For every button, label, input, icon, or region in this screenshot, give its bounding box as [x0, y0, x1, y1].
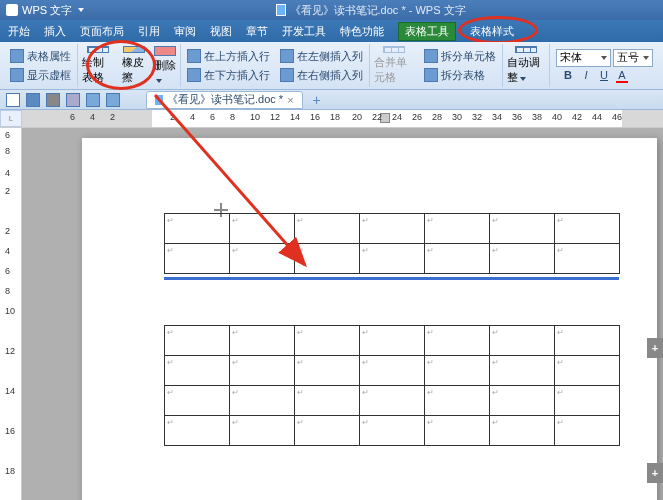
font-name-select[interactable]: 宋体 [556, 49, 611, 67]
ruler-number: 8 [5, 286, 10, 296]
document-table[interactable]: ↵↵↵↵↵↵↵ ↵↵↵↵↵↵↵ ↵↵↵↵↵↵↵ ↵↵↵↵↵↵↵ ↵↵↵↵↵↵↵ … [164, 213, 620, 446]
bold-button[interactable]: B [562, 69, 574, 83]
new-tab-button[interactable]: + [313, 92, 321, 108]
document-title: 《看见》读书笔记.doc * - WPS 文字 [84, 3, 657, 18]
underline-button[interactable]: U [598, 69, 610, 83]
menu-table-tools[interactable]: 表格工具 [398, 22, 456, 41]
ruler-number: 28 [432, 112, 442, 122]
ruler-number: 2 [5, 226, 10, 236]
menu-review[interactable]: 审阅 [174, 24, 196, 39]
split-cell-icon [424, 49, 438, 63]
merge-icon [383, 46, 405, 53]
document-tab[interactable]: 《看见》读书笔记.doc * × [146, 91, 303, 109]
col-right-icon [280, 68, 294, 82]
ruler-number: 6 [5, 130, 10, 140]
insert-col-right-button[interactable]: 在右侧插入列 [280, 68, 363, 83]
ruler-number: 18 [330, 112, 340, 122]
ruler-number: 2 [5, 186, 10, 196]
ribbon-group-insert: 在上方插入行 在左侧插入列 在下方插入行 在右侧插入列 [181, 44, 370, 87]
ruler-number: 8 [5, 146, 10, 156]
document-canvas[interactable]: ↵↵↵↵↵↵↵ ↵↵↵↵↵↵↵ ↵↵↵↵↵↵↵ ↵↵↵↵↵↵↵ ↵↵↵↵↵↵↵ … [22, 128, 663, 500]
ruler-number: 10 [5, 306, 15, 316]
ruler-number: 34 [492, 112, 502, 122]
ruler-number: 2 [170, 112, 175, 122]
ruler-number: 6 [70, 112, 75, 122]
menu-layout[interactable]: 页面布局 [80, 24, 124, 39]
ruler-number: 12 [270, 112, 280, 122]
gridlines-icon [10, 68, 24, 82]
qat-redo-icon[interactable] [106, 93, 120, 107]
menu-insert[interactable]: 插入 [44, 24, 66, 39]
font-group: 宋体 五号 B I U A [550, 49, 659, 83]
menu-start[interactable]: 开始 [8, 24, 30, 39]
page: ↵↵↵↵↵↵↵ ↵↵↵↵↵↵↵ ↵↵↵↵↵↵↵ ↵↵↵↵↵↵↵ ↵↵↵↵↵↵↵ … [82, 138, 657, 500]
row-above-icon [187, 49, 201, 63]
quick-access-toolbar: 《看见》读书笔记.doc * × + [0, 90, 663, 110]
menu-feature[interactable]: 特色功能 [340, 24, 384, 39]
add-row-button[interactable]: + [647, 338, 663, 358]
vertical-ruler[interactable]: 684224681012141618 [0, 128, 22, 500]
app-menu[interactable]: WPS 文字 [6, 3, 84, 18]
insert-row-below-button[interactable]: 在下方插入行 [187, 68, 270, 83]
menu-chapter[interactable]: 章节 [246, 24, 268, 39]
delete-icon [154, 46, 176, 56]
ruler-number: 22 [372, 112, 382, 122]
ruler-number: 20 [352, 112, 362, 122]
eraser-icon [123, 46, 145, 53]
insert-col-left-button[interactable]: 在左侧插入列 [280, 49, 363, 64]
document-icon [276, 4, 286, 16]
insert-row-above-button[interactable]: 在上方插入行 [187, 49, 270, 64]
menu-ref[interactable]: 引用 [138, 24, 160, 39]
qat-preview-icon[interactable] [66, 93, 80, 107]
props-icon [10, 49, 24, 63]
chevron-down-icon [601, 56, 607, 60]
row-below-icon [187, 68, 201, 82]
draw-table-button[interactable]: 绘制表格 [78, 44, 118, 87]
show-gridlines-button[interactable]: 显示虚框 [10, 68, 71, 83]
ruler-number: 30 [452, 112, 462, 122]
ruler-number: 2 [110, 112, 115, 122]
split-table-icon [424, 68, 438, 82]
menu-dev[interactable]: 开发工具 [282, 24, 326, 39]
merge-cells-button[interactable]: 合并单元格 [370, 44, 418, 87]
ruler-number: 14 [5, 386, 15, 396]
split-table-button[interactable]: 拆分表格 [424, 68, 496, 83]
eraser-button[interactable]: 橡皮擦 [118, 44, 150, 87]
ribbon-group-props: 表格属性 显示虚框 [4, 44, 78, 87]
document-icon [155, 95, 163, 105]
menu-table-style[interactable]: 表格样式 [470, 24, 514, 39]
italic-button[interactable]: I [580, 69, 592, 83]
qat-new-icon[interactable] [6, 93, 20, 107]
ruler-number: 18 [5, 466, 15, 476]
add-row-button[interactable]: + [647, 463, 663, 483]
table-props-button[interactable]: 表格属性 [10, 49, 71, 64]
ruler-number: 4 [90, 112, 95, 122]
split-cells-button[interactable]: 拆分单元格 [424, 49, 496, 64]
ruler-number: 4 [5, 168, 10, 178]
qat-print-icon[interactable] [46, 93, 60, 107]
ruler-number: 4 [5, 246, 10, 256]
ruler-number: 12 [5, 346, 15, 356]
font-size-select[interactable]: 五号 [613, 49, 653, 67]
autofit-button[interactable]: 自动调整 [503, 44, 550, 87]
app-icon [6, 4, 18, 16]
ruler-number: 8 [230, 112, 235, 122]
workspace: 684224681012141618 ↵↵↵↵↵↵↵ ↵↵↵↵↵↵↵ ↵↵↵↵↵… [0, 128, 663, 500]
horizontal-ruler-area: L 64224681012141618202224262830323436384… [0, 110, 663, 128]
table-selection-line [164, 277, 619, 280]
delete-button[interactable]: 删除 [150, 44, 181, 87]
qat-save-icon[interactable] [26, 93, 40, 107]
ruler-number: 42 [572, 112, 582, 122]
horizontal-ruler[interactable]: 6422468101214161820222426283032343638404… [22, 110, 663, 127]
ruler-number: 10 [250, 112, 260, 122]
ribbon-group-split: 拆分单元格 拆分表格 [418, 44, 503, 87]
qat-undo-icon[interactable] [86, 93, 100, 107]
font-color-button[interactable]: A [616, 69, 628, 83]
ruler-number: 16 [310, 112, 320, 122]
close-tab-icon[interactable]: × [287, 94, 293, 106]
ruler-number: 44 [592, 112, 602, 122]
ruler-number: 36 [512, 112, 522, 122]
app-name: WPS 文字 [22, 3, 72, 18]
menu-view[interactable]: 视图 [210, 24, 232, 39]
ribbon: 表格属性 显示虚框 绘制表格 橡皮擦 删除 在上方插入行 在左侧插入列 在下方插… [0, 42, 663, 90]
